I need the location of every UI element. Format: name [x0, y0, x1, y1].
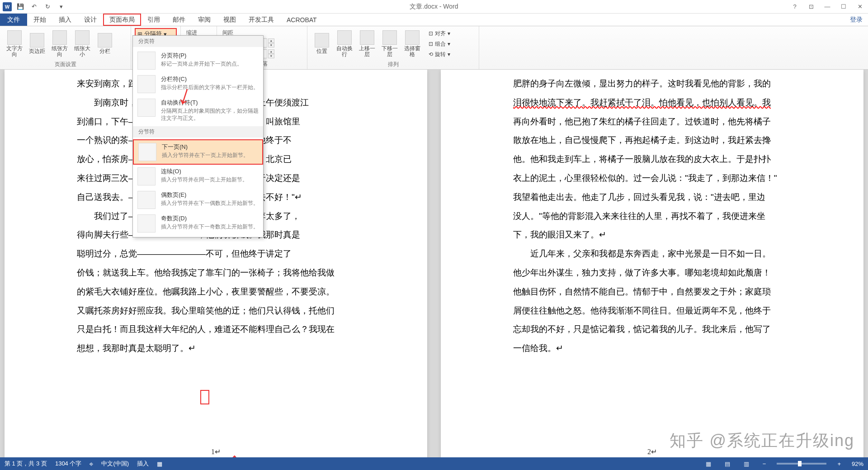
- dd-odd-page[interactable]: 奇数页(D)插入分节符并在下一奇数页上开始新节。: [133, 212, 263, 235]
- group-button[interactable]: ⊡ 组合 ▾: [427, 39, 452, 49]
- text-direction-button[interactable]: 文字方向: [4, 28, 25, 60]
- tab-insert[interactable]: 插入: [52, 14, 78, 26]
- margins-button[interactable]: 页边距: [26, 28, 48, 60]
- selection-pane-button[interactable]: 选择窗格: [401, 28, 423, 60]
- status-insert-mode[interactable]: 插入: [137, 460, 149, 468]
- bring-forward-button[interactable]: 上移一层: [356, 28, 378, 60]
- columns-button[interactable]: 分栏: [94, 28, 116, 60]
- view-print-layout[interactable]: ▤: [722, 459, 733, 468]
- tab-acrobat[interactable]: ACROBAT: [280, 14, 323, 26]
- breaks-dropdown: 分页符 分页符(P)标记一页终止并开始下一页的点。 分栏符(C)指示分栏符后面的…: [132, 35, 264, 237]
- tab-references[interactable]: 引用: [141, 14, 166, 26]
- word-icon: W: [3, 2, 12, 11]
- status-macro-icon[interactable]: ▦: [157, 461, 162, 467]
- dd-next-page[interactable]: 下一页(N)插入分节符并在下一页上开始新节。: [133, 139, 263, 165]
- status-page[interactable]: 第 1 页，共 3 页: [5, 460, 47, 468]
- status-lang-icon: ⎆: [90, 461, 93, 467]
- tab-home[interactable]: 开始: [27, 14, 52, 26]
- group-label-page-setup: 页面设置: [4, 60, 127, 68]
- maximize-button[interactable]: ☐: [835, 0, 852, 13]
- ribbon-display-options[interactable]: ⊡: [803, 0, 819, 13]
- dd-continuous[interactable]: 连续(O)插入分节符并在同一页上开始新节。: [133, 165, 263, 188]
- qat-undo[interactable]: ↶: [29, 2, 39, 12]
- ribbon: 文字方向 页边距 纸张方向 纸张大小 分栏 页面设置 ⊞ 分隔符 ▾ ⊟ 行号 …: [0, 26, 868, 70]
- window-title: 文章.docx - Word: [410, 3, 458, 11]
- tab-file[interactable]: 文件: [0, 14, 27, 26]
- help-button[interactable]: ?: [787, 0, 803, 13]
- send-backward-button[interactable]: 下移一层: [379, 28, 401, 60]
- spin-up[interactable]: ▴: [268, 49, 274, 54]
- dd-column-break[interactable]: 分栏符(C)指示分栏符后面的文字将从下一栏开始。: [133, 72, 263, 96]
- rotate-button[interactable]: ⟲ 旋转 ▾: [427, 50, 452, 59]
- qat-save[interactable]: 💾: [15, 2, 25, 12]
- tab-design[interactable]: 设计: [78, 14, 103, 26]
- dd-text-wrap-break[interactable]: 自动换行符(T)分隔网页上的对象周围的文字，如分隔题注文字与正文。: [133, 96, 263, 124]
- spin-down[interactable]: ▾: [268, 54, 274, 58]
- position-button[interactable]: 位置: [311, 28, 333, 60]
- tab-developer[interactable]: 开发工具: [242, 14, 280, 26]
- cursor-position-marker: [200, 390, 209, 404]
- page-2[interactable]: 肥胖的身子向左微倾，显出努力的样子。这时我看见他的背影，我的 泪很快地流下来了。…: [441, 70, 863, 457]
- spin-down[interactable]: ▾: [268, 43, 274, 47]
- statusbar: 第 1 页，共 3 页 1304 个字 ⎆ 中文(中国) 插入 ▦ ▦ ▤ ▥ …: [0, 457, 868, 470]
- dd-section-section-breaks: 分节符: [133, 126, 263, 138]
- login-link[interactable]: 登录: [850, 14, 868, 26]
- ribbon-tabs: 文件 开始 插入 设计 页面布局 引用 邮件 审阅 视图 开发工具 ACROBA…: [0, 14, 868, 26]
- qat-redo[interactable]: ↻: [42, 2, 52, 12]
- orientation-button[interactable]: 纸张方向: [49, 28, 71, 60]
- qat-customize[interactable]: ▾: [56, 2, 66, 12]
- minimize-button[interactable]: —: [819, 0, 835, 13]
- dd-section-page-breaks: 分页符: [133, 36, 263, 47]
- dd-page-break[interactable]: 分页符(P)标记一页终止并开始下一页的点。: [133, 49, 263, 72]
- titlebar: W 💾 ↶ ↻ ▾ 文章.docx - Word ? ⊡ — ☐ ✕: [0, 0, 868, 14]
- tab-page-layout[interactable]: 页面布局: [103, 14, 141, 26]
- group-label-arrange: 排列: [311, 60, 475, 68]
- zoom-slider[interactable]: [777, 463, 826, 465]
- view-web-layout[interactable]: ▥: [741, 459, 752, 468]
- close-button[interactable]: ✕: [852, 0, 868, 13]
- zoom-in[interactable]: +: [835, 461, 844, 467]
- page-number-1: 1↵: [211, 447, 221, 456]
- document-area[interactable]: 来安到南京，踩————————交们们。↵ 到南京时，————————，日；第二日…: [0, 70, 868, 457]
- align-button[interactable]: ⊡ 对齐 ▾: [427, 29, 452, 38]
- spin-up[interactable]: ▴: [268, 38, 274, 43]
- zoom-level[interactable]: 92%: [852, 461, 863, 467]
- wrap-text-button[interactable]: 自动换行: [334, 28, 355, 60]
- zoom-out[interactable]: −: [760, 461, 769, 467]
- page-number-2: 2↵: [647, 447, 657, 456]
- tab-review[interactable]: 审阅: [192, 14, 217, 26]
- dd-even-page[interactable]: 偶数页(E)插入分节符并在下一偶数页上开始新节。: [133, 188, 263, 212]
- tab-mailings[interactable]: 邮件: [166, 14, 192, 26]
- status-word-count[interactable]: 1304 个字: [55, 460, 82, 468]
- view-read-mode[interactable]: ▦: [703, 459, 714, 468]
- paper-size-button[interactable]: 纸张大小: [71, 28, 93, 60]
- tab-view[interactable]: 视图: [217, 14, 242, 26]
- status-language[interactable]: 中文(中国): [101, 460, 129, 468]
